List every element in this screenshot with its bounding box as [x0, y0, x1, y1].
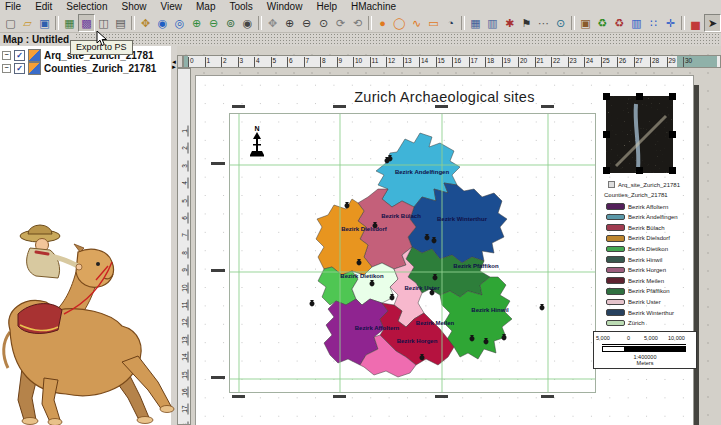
expander-icon[interactable]: − [2, 51, 11, 60]
selection-handle[interactable] [603, 131, 610, 138]
attribute-table-icon[interactable]: ▦ [467, 14, 484, 32]
archaeological-site-marker [345, 202, 350, 208]
pan-hand-icon[interactable]: ✥ [264, 14, 281, 32]
north-arrow[interactable]: N [249, 124, 265, 160]
hruler-number: 12 [386, 57, 395, 68]
legend-row: Bezirk Dielsdorf [600, 234, 670, 243]
grid-coordinate-label [541, 395, 554, 398]
select-element-icon[interactable]: ➤ [704, 14, 721, 32]
geoprocess-icon[interactable]: ✱ [501, 14, 518, 32]
new-document-icon[interactable]: ▢ [2, 14, 19, 32]
hruler-number: 9 [337, 57, 343, 68]
map-window-title: Map : Untitled [0, 33, 75, 46]
district-label: Bezirk Winterthur [437, 216, 488, 222]
hruler-number: 7 [304, 57, 310, 68]
layer-row[interactable]: −✓Counties_Zurich_21781 [2, 62, 156, 75]
hruler-number: 15 [436, 57, 445, 68]
menu-item-view[interactable]: View [156, 1, 192, 12]
pan-globe-icon[interactable]: ✥ [137, 14, 154, 32]
district-label: Bezirk Bülach [381, 213, 421, 219]
legend-swatch [606, 256, 625, 263]
zoom-in-globe-icon[interactable]: ⊕ [188, 14, 205, 32]
hruler-number: 27 [634, 57, 643, 68]
view-eye-icon[interactable]: ⊙ [552, 14, 569, 32]
draw-circle-icon[interactable]: ◯ [391, 14, 408, 32]
layout-page[interactable]: Zurich Archaeological sites Bezirk Andel… [195, 75, 694, 425]
zoom-selection-icon[interactable]: ⊚ [222, 14, 239, 32]
district-label: Bezirk Horgen [397, 338, 438, 344]
layer-label[interactable]: Counties_Zurich_21781 [44, 63, 156, 74]
selection-handle[interactable] [636, 167, 643, 174]
sync-view-red-icon[interactable]: ♻ [611, 14, 628, 32]
selection-handle[interactable] [669, 167, 676, 174]
toolbar-separator [368, 16, 372, 30]
legend-row: Bezirk Winterthur [600, 308, 674, 317]
main-toolbar: ▢▱▣▦▩◫▤✥◉◎⊕⊖⊚◉✥⊕⊖⊙⟳⟲●◯∿▭◔▦▥✱⚑⋯⊙▣♻♻▥∷✛▅➤➤… [0, 13, 721, 33]
insert-image-icon[interactable]: ▣ [577, 14, 594, 32]
scale-bar[interactable]: 5,00005,00010,000 1:400000 Meters [593, 331, 697, 369]
menu-item-window[interactable]: Window [262, 1, 312, 12]
print-icon[interactable]: ▤ [112, 14, 129, 32]
layer-icon [28, 62, 41, 75]
save-project-icon[interactable]: ▣ [36, 14, 53, 32]
menu-item-map[interactable]: Map [191, 1, 224, 12]
hruler-number: 20 [518, 57, 527, 68]
hruler-number: 23 [568, 57, 577, 68]
menu-item-selection[interactable]: Selection [61, 1, 116, 12]
legend-entry-label: Bezirk Dietikon [628, 246, 668, 252]
selection-handle[interactable] [603, 93, 610, 100]
flag-tool-icon[interactable]: ⚑ [518, 14, 535, 32]
more-tools-icon[interactable]: ⋯ [535, 14, 552, 32]
show-window-icon[interactable]: ▥ [484, 14, 501, 32]
draw-point-icon[interactable]: ● [374, 14, 391, 32]
selection-handle[interactable] [603, 167, 610, 174]
selection-handle[interactable] [669, 93, 676, 100]
menu-item-edit[interactable]: Edit [30, 1, 61, 12]
open-project-icon[interactable]: ▱ [19, 14, 36, 32]
expander-icon[interactable]: − [2, 64, 11, 73]
hruler-number: 19 [502, 57, 511, 68]
layout-canvas[interactable]: Zurich Archaeological sites Bezirk Andel… [191, 68, 721, 425]
zoom-layer-icon[interactable]: ◉ [239, 14, 256, 32]
menu-item-hmachine[interactable]: HMachine [346, 1, 405, 12]
zoom-previous-icon[interactable]: ◎ [171, 14, 188, 32]
legend-entry-label: Bezirk Affoltern [628, 204, 668, 210]
move-element-icon[interactable]: ✛ [662, 14, 679, 32]
menu-item-show[interactable]: Show [117, 1, 156, 12]
scalebar-tick-label: 0 [627, 335, 630, 341]
menu-item-file[interactable]: File [0, 1, 30, 12]
sync-view-green-icon[interactable]: ♻ [594, 14, 611, 32]
zoom-in-icon[interactable]: ⊕ [281, 14, 298, 32]
legend-swatch [606, 267, 625, 274]
zoom-out-icon[interactable]: ⊖ [298, 14, 315, 32]
ruler-corner [177, 55, 183, 68]
district-label: Bezirk Dietikon [340, 273, 384, 279]
zoom-out-globe-icon[interactable]: ⊖ [205, 14, 222, 32]
insert-grid-icon[interactable]: ∷ [645, 14, 662, 32]
draw-line-icon[interactable]: ∿ [408, 14, 425, 32]
legend-entry-label: Bezirk Bülach [628, 225, 665, 231]
clock-icon[interactable]: ◔ [442, 14, 459, 32]
selection-handle[interactable] [636, 93, 643, 100]
new-table-icon[interactable]: ◫ [95, 14, 112, 32]
image-element-selected[interactable] [606, 96, 673, 173]
insert-chart-icon[interactable]: ▅ [687, 14, 704, 32]
layer-checkbox[interactable]: ✓ [14, 63, 25, 74]
hruler-number: 24 [584, 57, 593, 68]
refresh-view-icon[interactable]: ⟳ [332, 14, 349, 32]
draw-rectangle-icon[interactable]: ▭ [425, 14, 442, 32]
layer-checkbox[interactable]: ✓ [14, 50, 25, 61]
new-view-icon[interactable]: ▦ [61, 14, 78, 32]
hruler-number: 16 [452, 57, 461, 68]
menu-item-help[interactable]: Help [311, 1, 346, 12]
zoom-extent-icon[interactable]: ⊙ [315, 14, 332, 32]
menu-item-tools[interactable]: Tools [224, 1, 261, 12]
insert-columns-icon[interactable]: ▥ [628, 14, 645, 32]
selection-handle[interactable] [669, 131, 676, 138]
zoom-full-extent-icon[interactable]: ◉ [154, 14, 171, 32]
toolbar-separator [55, 16, 59, 30]
map-frame[interactable]: Bezirk AndelfingenBezirk WinterthurBezir… [229, 113, 596, 393]
hruler-number: 18 [485, 57, 494, 68]
previous-extent-icon[interactable]: ⟲ [349, 14, 366, 32]
new-map-icon[interactable]: ▩ [78, 14, 95, 32]
